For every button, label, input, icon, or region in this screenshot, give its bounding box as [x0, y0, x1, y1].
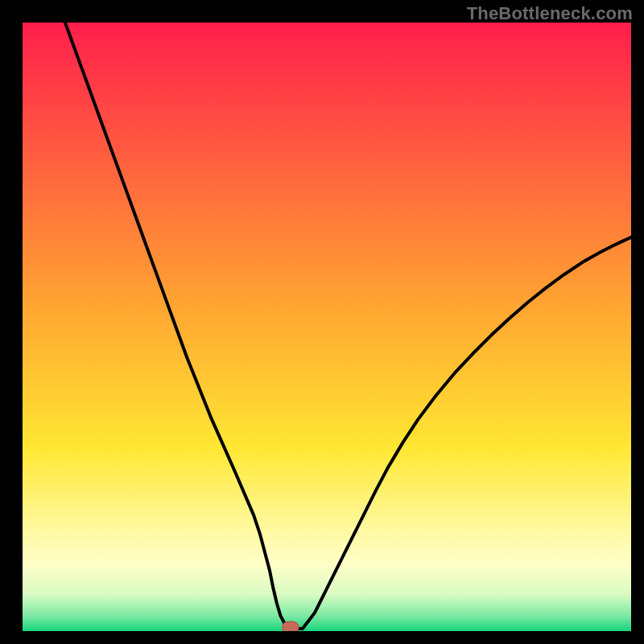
optimal-point-marker	[282, 621, 299, 631]
plot-area	[23, 23, 631, 631]
bottleneck-curve	[23, 23, 631, 631]
watermark-text: TheBottleneck.com	[467, 3, 633, 24]
chart-frame: TheBottleneck.com	[0, 0, 644, 644]
curve-path	[65, 23, 631, 629]
